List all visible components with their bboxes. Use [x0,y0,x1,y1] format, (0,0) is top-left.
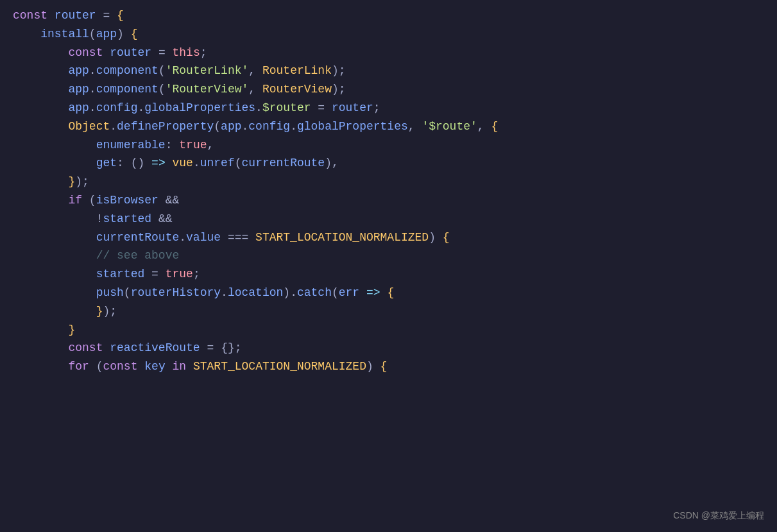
code-line-10: } ); [0,173,777,191]
code-line-13: currentRoute . value === START_LOCATION_… [0,228,777,247]
code-line-3: const router = this ; [0,44,777,62]
code-line-14: // see above [0,246,777,265]
code-line-12: ! started && [0,210,777,228]
code-line-1: const router = { [0,6,777,25]
code-line-9: get : () => vue . unref ( currentRoute )… [0,154,777,173]
code-line-2: install ( app ) { [0,25,777,44]
code-line-15: started = true ; [0,265,777,284]
watermark: CSDN @菜鸡爱上编程 [673,508,764,522]
code-line-5: app . component ( 'RouterView' , RouterV… [0,80,777,99]
code-line-19: const reactiveRoute = {}; [0,339,777,357]
code-line-18: } [0,321,777,339]
code-line-7: Object . defineProperty ( app . config .… [0,117,777,136]
code-line-20: for ( const key in START_LOCATION_NORMAL… [0,357,777,376]
code-line-4: app . component ( 'RouterLink' , RouterL… [0,62,777,80]
var-router: router [55,6,96,25]
code-line-8: enumerable : true , [0,136,777,155]
code-container: const router = { install ( app ) { const… [0,0,777,532]
method-install: install [40,25,89,44]
code-line-17: } ); [0,302,777,321]
keyword-const: const [13,6,47,25]
code-line-6: app . config . globalProperties . $route… [0,99,777,117]
code-line-16: push ( routerHistory . location ). catch… [0,284,777,302]
code-line-11: if ( isBrowser && [0,191,777,210]
